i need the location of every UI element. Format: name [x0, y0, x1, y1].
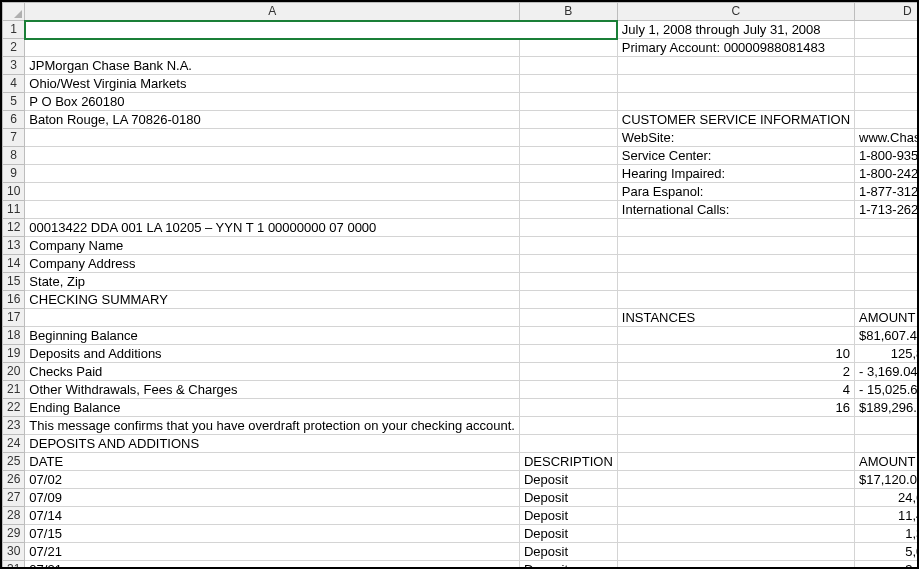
cell-b3[interactable]	[519, 57, 617, 75]
cell-c30[interactable]	[617, 543, 854, 561]
cell-c31[interactable]	[617, 561, 854, 570]
cell-c7[interactable]: WebSite:	[617, 129, 854, 147]
cell-a20[interactable]: Checks Paid	[25, 363, 520, 381]
cell-b19[interactable]	[519, 345, 617, 363]
cell-a16[interactable]: CHECKING SUMMARY	[25, 291, 520, 309]
cell-d12[interactable]	[855, 219, 919, 237]
cell-c17[interactable]: INSTANCES	[617, 309, 854, 327]
cell-b20[interactable]	[519, 363, 617, 381]
row-header-8[interactable]: 8	[3, 147, 25, 165]
row-header-19[interactable]: 19	[3, 345, 25, 363]
cell-d10[interactable]: 1-877-312-4273	[855, 183, 919, 201]
cell-b4[interactable]	[519, 75, 617, 93]
row-header-2[interactable]: 2	[3, 39, 25, 57]
cell-a17[interactable]	[25, 309, 520, 327]
cell-c20[interactable]: 2	[617, 363, 854, 381]
cell-d2[interactable]	[855, 39, 919, 57]
cell-a10[interactable]	[25, 183, 520, 201]
col-header-a[interactable]: A	[25, 3, 520, 21]
cell-c24[interactable]	[617, 435, 854, 453]
cell-b23[interactable]	[519, 417, 617, 435]
cell-d25[interactable]: AMOUNT	[855, 453, 919, 471]
cell-a11[interactable]	[25, 201, 520, 219]
row-header-30[interactable]: 30	[3, 543, 25, 561]
cell-c2[interactable]: Primary Account: 00000988081483	[617, 39, 854, 57]
row-header-24[interactable]: 24	[3, 435, 25, 453]
row-header-16[interactable]: 16	[3, 291, 25, 309]
cell-a18[interactable]: Beginning Balance	[25, 327, 520, 345]
cell-a8[interactable]	[25, 147, 520, 165]
row-header-23[interactable]: 23	[3, 417, 25, 435]
spreadsheet-grid[interactable]: A B C D 1July 1, 2008 through July 31, 2…	[0, 0, 919, 569]
row-header-15[interactable]: 15	[3, 273, 25, 291]
row-header-28[interactable]: 28	[3, 507, 25, 525]
cell-c18[interactable]	[617, 327, 854, 345]
cell-c4[interactable]	[617, 75, 854, 93]
row-header-10[interactable]: 10	[3, 183, 25, 201]
cell-c5[interactable]	[617, 93, 854, 111]
cell-a15[interactable]: State, Zip	[25, 273, 520, 291]
cell-b6[interactable]	[519, 111, 617, 129]
cell-c3[interactable]	[617, 57, 854, 75]
cell-a2[interactable]	[25, 39, 520, 57]
cell-d14[interactable]	[855, 255, 919, 273]
row-header-6[interactable]: 6	[3, 111, 25, 129]
cell-a5[interactable]: P O Box 260180	[25, 93, 520, 111]
cell-d21[interactable]: - 15,025.68	[855, 381, 919, 399]
cell-c22[interactable]: 16	[617, 399, 854, 417]
cell-b15[interactable]	[519, 273, 617, 291]
row-header-26[interactable]: 26	[3, 471, 25, 489]
cell-c9[interactable]: Hearing Impaired:	[617, 165, 854, 183]
cell-b10[interactable]	[519, 183, 617, 201]
col-header-c[interactable]: C	[617, 3, 854, 21]
cell-b2[interactable]	[519, 39, 617, 57]
cell-d20[interactable]: - 3,169.04	[855, 363, 919, 381]
col-header-d[interactable]: D	[855, 3, 919, 21]
cell-d24[interactable]	[855, 435, 919, 453]
cell-b13[interactable]	[519, 237, 617, 255]
cell-d16[interactable]	[855, 291, 919, 309]
cell-d23[interactable]	[855, 417, 919, 435]
cell-c13[interactable]	[617, 237, 854, 255]
cell-c14[interactable]	[617, 255, 854, 273]
cell-b29[interactable]: Deposit	[519, 525, 617, 543]
cell-d3[interactable]	[855, 57, 919, 75]
cell-c12[interactable]	[617, 219, 854, 237]
row-header-25[interactable]: 25	[3, 453, 25, 471]
cell-a27[interactable]: 07/09	[25, 489, 520, 507]
row-header-11[interactable]: 11	[3, 201, 25, 219]
cell-d18[interactable]: $81,607.40	[855, 327, 919, 345]
cell-d8[interactable]: 1-800-935-9935	[855, 147, 919, 165]
cell-a30[interactable]: 07/21	[25, 543, 520, 561]
cell-d17[interactable]: AMOUNT	[855, 309, 919, 327]
cell-b16[interactable]	[519, 291, 617, 309]
cell-b11[interactable]	[519, 201, 617, 219]
row-header-21[interactable]: 21	[3, 381, 25, 399]
cell-d29[interactable]: 1,349.00	[855, 525, 919, 543]
cell-b31[interactable]: Deposit	[519, 561, 617, 570]
cell-a24[interactable]: DEPOSITS AND ADDITIONS	[25, 435, 520, 453]
cell-c27[interactable]	[617, 489, 854, 507]
row-header-1[interactable]: 1	[3, 21, 25, 39]
cell-b25[interactable]: DESCRIPTION	[519, 453, 617, 471]
cell-d30[interactable]: 5,000.00	[855, 543, 919, 561]
cell-c23[interactable]	[617, 417, 854, 435]
cell-d5[interactable]	[855, 93, 919, 111]
cell-d13[interactable]	[855, 237, 919, 255]
cell-d31[interactable]: 3,120.00	[855, 561, 919, 570]
cell-c8[interactable]: Service Center:	[617, 147, 854, 165]
cell-d1[interactable]	[855, 21, 919, 39]
cell-b30[interactable]: Deposit	[519, 543, 617, 561]
cell-a31[interactable]: 07/21	[25, 561, 520, 570]
cell-a14[interactable]: Company Address	[25, 255, 520, 273]
col-header-b[interactable]: B	[519, 3, 617, 21]
row-header-7[interactable]: 7	[3, 129, 25, 147]
cell-a12[interactable]: 00013422 DDA 001 LA 10205 – YYN T 1 0000…	[25, 219, 520, 237]
cell-a29[interactable]: 07/15	[25, 525, 520, 543]
cell-a1-b1-selected[interactable]	[25, 21, 617, 39]
cell-a23[interactable]: This message confirms that you have over…	[25, 417, 520, 435]
cell-a22[interactable]: Ending Balance	[25, 399, 520, 417]
cell-a9[interactable]	[25, 165, 520, 183]
cell-b24[interactable]	[519, 435, 617, 453]
cell-b9[interactable]	[519, 165, 617, 183]
